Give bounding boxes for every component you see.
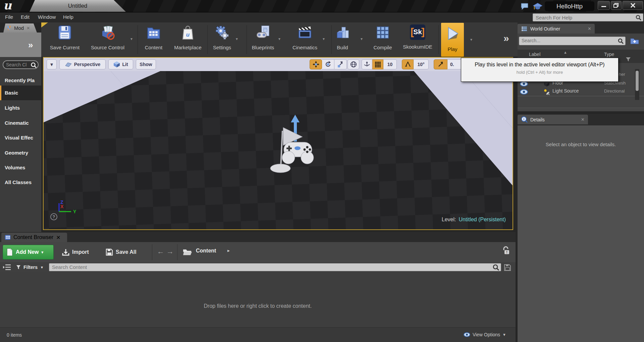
scrollbar-thumb[interactable] [636,71,639,91]
create-folder-icon[interactable] [630,37,640,45]
outliner-scrollbar[interactable] [635,69,639,100]
tab-close-icon[interactable]: ✕ [56,234,60,241]
outliner-search-box[interactable] [519,37,626,45]
blueprints-button[interactable]: Blueprints [245,24,281,55]
grid-snap-toggle[interactable] [372,59,383,69]
level-viewport[interactable]: ▾ Perspective Lit Show [43,57,513,230]
compile-button[interactable]: Compile [364,24,401,55]
play-dropdown[interactable]: ▾ [470,37,472,42]
tab-content-browser[interactable]: Content Browser ✕ [1,233,67,242]
restore-button[interactable] [611,1,622,10]
close-button[interactable] [623,1,643,10]
angle-snap-toggle[interactable] [402,59,414,69]
mode-volumes[interactable]: Volumes [0,160,41,175]
marketplace-button[interactable]: u Marketplace [169,24,206,55]
outliner-row-light-source[interactable]: Light Source Directional [518,88,644,96]
source-control-dropdown[interactable]: ▾ [130,37,132,41]
collapse-panel-chevron[interactable]: » [28,40,33,50]
column-type[interactable]: Type [604,52,614,57]
save-current-button[interactable]: Save Current [46,24,83,55]
tab-details[interactable]: i Details ✕ [518,115,588,124]
forward-button[interactable]: → [166,247,174,256]
outliner-search-input[interactable] [519,37,613,44]
menu-window[interactable]: Window [38,14,56,20]
scale-tool-button[interactable] [334,59,347,69]
angle-snap-value[interactable]: 10° [414,59,429,69]
minimize-button[interactable] [598,1,610,10]
viewport-3d-view[interactable]: Z X Y ? Level:Untitled (Persistent) [44,71,513,229]
viewport-options-dropdown[interactable]: ▾ [47,59,57,69]
modes-search-box[interactable] [3,60,39,69]
viewport-help-icon[interactable]: ? [50,213,57,220]
back-button[interactable]: ← [157,247,164,256]
breadcrumb-content[interactable]: Content [196,248,216,254]
feedback-bubble-icon[interactable] [521,3,529,10]
level-tab[interactable]: Untitled [30,0,126,12]
surface-snap-button[interactable] [362,59,372,69]
tab-close-icon[interactable]: ✕ [588,26,591,31]
level-name[interactable]: Untitled (Persistent) [459,217,506,222]
content-search-input[interactable] [49,264,482,270]
save-search-icon[interactable] [504,264,511,271]
sources-panel-icon[interactable] [3,264,11,271]
type-filter-icon[interactable] [626,57,631,62]
tab-close-icon[interactable]: ✕ [26,26,30,31]
import-icon [62,248,69,256]
build-button[interactable]: Build [324,24,361,55]
scale-snap-toggle[interactable] [434,59,447,69]
move-tool-button[interactable] [310,59,322,69]
rotate-tool-button[interactable] [322,59,334,69]
lit-mode-button[interactable]: Lit [108,59,133,69]
content-browser-asset-area[interactable]: Drop files here or right click to create… [0,272,516,327]
content-search-box[interactable] [49,263,501,271]
tab-world-outliner[interactable]: World Outliner ✕ [518,24,595,34]
scale-snap-value[interactable]: 0. [447,59,462,69]
column-label[interactable]: Label [529,52,540,57]
play-button[interactable]: Play [441,23,464,57]
camera-mode-button[interactable]: Perspective [59,59,106,69]
filters-button[interactable]: Filters ▼ [16,263,44,272]
chevron-down-icon: ▾ [41,250,43,254]
surface-snap-icon [364,61,370,67]
settings-button[interactable]: Settings [204,24,240,55]
perspective-icon [65,62,72,67]
mode-basic[interactable]: Basic [0,86,41,100]
content-button[interactable]: Content [135,24,172,55]
modes-search-input[interactable] [3,62,29,67]
sort-ascending-icon[interactable]: ▲ [564,50,567,54]
help-search-box[interactable] [533,13,643,21]
source-control-button[interactable]: Source Control [89,24,126,55]
tab-modes[interactable]: Mod ✕ [3,23,37,33]
mode-visual-effects[interactable]: Visual Effec [0,130,41,145]
world-local-toggle[interactable] [347,59,359,69]
tutorial-cap-icon[interactable] [533,2,543,10]
lock-icon[interactable]: ! [502,246,510,256]
toolbar-overflow-chevron[interactable]: » [503,33,509,44]
show-flags-button[interactable]: Show [136,59,156,69]
build-dropdown[interactable]: ▾ [361,37,363,41]
menu-help[interactable]: Help [63,14,73,20]
visibility-eye-icon[interactable] [520,89,528,95]
breadcrumb-arrow[interactable]: ▸ [227,248,230,253]
mode-cinematic[interactable]: Cinematic [0,116,41,130]
tooltip-line2: hold (Ctrl + Alt) for more [461,70,618,75]
help-search-input[interactable] [533,14,634,21]
save-all-button[interactable]: Save All [106,246,137,258]
cinematics-button[interactable]: Cinematics [286,24,323,55]
content-view-options[interactable]: View Options ▼ [464,332,506,337]
import-button[interactable]: Import [62,246,89,258]
visibility-eye-icon[interactable] [520,81,528,87]
menu-file[interactable]: File [5,14,13,20]
menu-edit[interactable]: Edit [21,14,30,20]
blueprints-dropdown[interactable]: ▾ [278,37,280,41]
mode-all-classes[interactable]: All Classes [0,175,41,190]
tab-close-icon[interactable]: ✕ [581,117,585,122]
item-count: 0 items [7,332,22,338]
grid-snap-value[interactable]: 10 [383,59,397,69]
add-new-button[interactable]: Add New ▾ [3,245,54,260]
skookumide-button[interactable]: [Sk] SkookumIDE [399,24,436,55]
details-tab-row: i Details ✕ [518,114,644,125]
mode-geometry[interactable]: Geometry [0,146,41,160]
mode-lights[interactable]: Lights [0,101,41,115]
settings-dropdown[interactable]: ▾ [236,37,238,41]
